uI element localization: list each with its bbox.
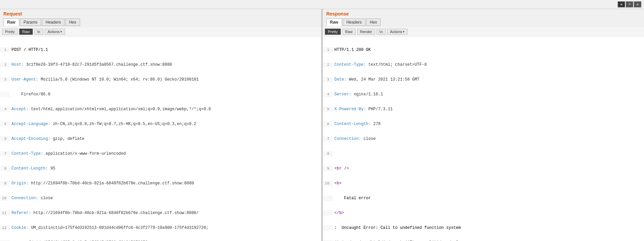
line-number: 12 <box>0 225 9 231</box>
table-row: 7 Connection: close <box>323 136 644 142</box>
tab-response-hex[interactable]: Hex <box>366 19 381 26</box>
request-pretty-button[interactable]: Pretty <box>2 29 18 35</box>
table-row: 10 Connection: close <box>0 195 321 201</box>
line-number: 9 <box>323 166 332 171</box>
request-actions-chevron-icon: ▾ <box>60 30 62 33</box>
table-row: 5 Accept-Language: zh-CN,zh;q=0.8,zh-TW;… <box>0 121 321 127</box>
line-content: Content-Type: application/x-www-form-url… <box>9 151 126 156</box>
line-number: 6 <box>323 121 332 127</box>
table-row: 4 Server: nginx/1.16.1 <box>323 92 644 97</box>
line-content: Content-Length: 278 <box>332 121 381 127</box>
response-tab-bar: Raw Headers Hex <box>326 19 641 26</box>
line-content: User-Agent: Mozilla/5.0 (Windows NT 10.0… <box>9 77 199 82</box>
line-number: 10 <box>323 181 332 186</box>
line-content: HTTP/1.1 200 OK <box>332 47 371 53</box>
top-bar: ⊞ ≡ ⊟ <box>0 0 644 9</box>
grid-view-icon: ⊟ <box>637 3 638 6</box>
line-content: Accept: text/html,application/xhtml+xml,… <box>9 107 211 112</box>
request-tab-bar: Raw Params Headers Hex <box>3 19 318 26</box>
line-content: Host: 3c1f8e28-39f3-4710-82c7-291d5f3a05… <box>9 62 172 67</box>
response-content: 1 HTTP/1.1 200 OK 2 Content-Type: text/h… <box>323 36 644 241</box>
request-panel-header: Request Raw Params Headers Hex <box>0 9 321 27</box>
response-code-area: 1 HTTP/1.1 200 OK 2 Content-Type: text/h… <box>323 38 644 241</box>
tab-request-headers[interactable]: Headers <box>42 19 65 26</box>
table-row: 4 Accept: text/html,application/xhtml+xm… <box>0 107 321 112</box>
line-number: 4 <box>0 107 9 112</box>
line-content: Referer: http://21694f8b-70bd-40cb-921a-… <box>9 210 199 216</box>
grid-view-button[interactable]: ⊟ <box>634 1 641 7</box>
line-content: Origin: http://21694f8b-70bd-40cb-921a-6… <box>9 181 194 186</box>
table-row: 12 Cookie: UM_distinctid=175f4d3192513-0… <box>0 225 321 231</box>
response-panel: Response Raw Headers Hex Pretty Raw Rend… <box>323 9 644 241</box>
table-row: 2 Host: 3c1f8e28-39f3-4710-82c7-291d5f3a… <box>0 62 321 67</box>
line-content <box>332 151 334 156</box>
request-title: Request <box>3 11 318 17</box>
line-content: <br /> <box>332 166 349 171</box>
request-ln-button[interactable]: \n <box>34 29 43 35</box>
line-content: Connection: close <box>332 136 376 142</box>
line-content: Fatal error <box>332 195 371 201</box>
line-number: 1 <box>323 47 332 53</box>
line-number: 1 <box>0 47 9 53</box>
split-view-icon: ⊞ <box>620 3 622 6</box>
table-row: Firefox/86.0 <box>0 92 321 97</box>
line-number: 9 <box>0 181 9 186</box>
line-content: : Uncaught Error: Call to undefined func… <box>332 225 461 231</box>
line-number: 2 <box>323 62 332 67</box>
response-render-button[interactable]: Render <box>357 29 375 35</box>
line-number: 2 <box>0 62 9 67</box>
line-number: 11 <box>0 210 9 216</box>
response-raw-button[interactable]: Raw <box>342 29 356 35</box>
table-row: 3 User-Agent: Mozilla/5.0 (Windows NT 10… <box>0 77 321 82</box>
tab-response-raw[interactable]: Raw <box>326 19 342 26</box>
table-row: 6 Accept-Encoding: gzip, deflate <box>0 136 321 142</box>
request-code-area: 1 POST / HTTP/1.1 2 Host: 3c1f8e28-39f3-… <box>0 38 321 241</box>
table-row: </b> <box>323 210 644 216</box>
request-actions-button[interactable]: Actions ▾ <box>45 29 65 35</box>
line-number: 7 <box>323 136 332 142</box>
line-content: Content-Length: 95 <box>9 166 55 171</box>
line-content: Cookie: UM_distinctid=175f4d3192513-091d… <box>9 225 208 231</box>
table-row: 3 Date: Wed, 24 Mar 2021 13:21:58 GMT <box>323 77 644 82</box>
line-number <box>0 92 9 97</box>
line-number: 8 <box>0 166 9 171</box>
line-number <box>323 195 332 201</box>
line-number: 7 <box>0 151 9 156</box>
view-buttons: ⊞ ≡ ⊟ <box>618 1 641 7</box>
response-subtoolbar: Pretty Raw Render \n Actions ▾ <box>323 27 644 36</box>
table-row: 1 HTTP/1.1 200 OK <box>323 47 644 53</box>
response-ln-button[interactable]: \n <box>377 29 386 35</box>
line-content: </b> <box>332 210 344 216</box>
request-subtoolbar: Pretty Raw \n Actions ▾ <box>0 27 321 36</box>
request-raw-button[interactable]: Raw <box>19 29 33 35</box>
line-number <box>323 210 332 216</box>
tab-request-raw[interactable]: Raw <box>3 19 19 26</box>
line-number: 5 <box>323 107 332 112</box>
line-content: Firefox/86.0 <box>9 92 50 97</box>
split-view-button[interactable]: ⊞ <box>618 1 625 7</box>
line-number <box>323 225 332 231</box>
table-row: 7 Content-Type: application/x-www-form-u… <box>0 151 321 156</box>
tab-request-params[interactable]: Params <box>20 19 41 26</box>
request-actions-label: Actions <box>48 30 60 34</box>
list-view-button[interactable]: ≡ <box>626 1 633 7</box>
table-row: Fatal error <box>323 195 644 201</box>
tab-request-hex[interactable]: Hex <box>65 19 80 26</box>
response-pretty-button[interactable]: Pretty <box>325 29 341 35</box>
line-number: 3 <box>323 77 332 82</box>
response-actions-button[interactable]: Actions ▾ <box>387 29 408 35</box>
table-row: 5 X-Powered-By: PHP/7.3.11 <box>323 107 644 112</box>
line-number: 3 <box>0 77 9 82</box>
response-title: Response <box>326 11 641 17</box>
tab-response-headers[interactable]: Headers <box>343 19 365 26</box>
line-number: 6 <box>0 136 9 142</box>
response-actions-label: Actions <box>390 30 402 34</box>
line-content: Connection: close <box>9 195 53 201</box>
line-content: Accept-Encoding: gzip, deflate <box>9 136 84 142</box>
line-content: POST / HTTP/1.1 <box>9 47 48 53</box>
line-number: 10 <box>0 195 9 201</box>
request-panel: Request Raw Params Headers Hex Pretty Ra… <box>0 9 321 241</box>
response-actions-chevron-icon: ▾ <box>403 30 405 33</box>
line-content: Date: Wed, 24 Mar 2021 13:21:58 GMT <box>332 77 419 82</box>
table-row: 11 Referer: http://21694f8b-70bd-40cb-92… <box>0 210 321 216</box>
